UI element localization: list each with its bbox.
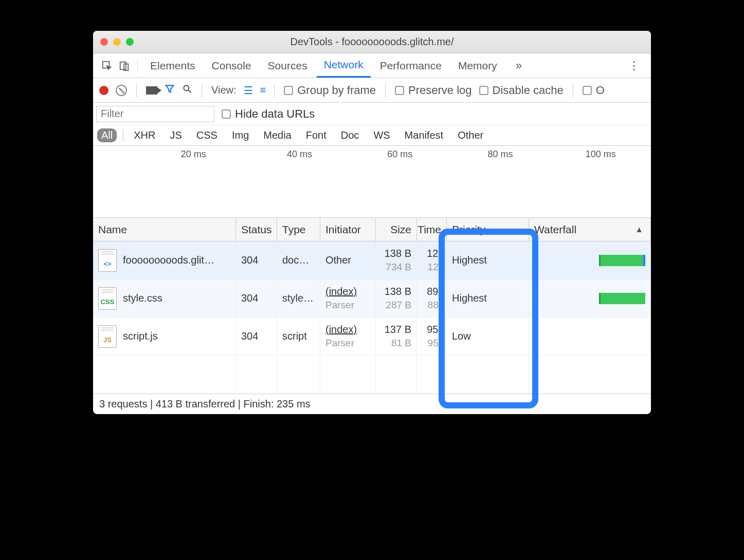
checkbox-icon[interactable]	[222, 109, 231, 119]
timeline-tick: 60 ms	[387, 149, 412, 160]
document-file-icon: <>	[98, 249, 117, 272]
col-type-header[interactable]: Type	[277, 218, 320, 241]
table-row[interactable]: JS script.js 304 script (index)Parser 13…	[93, 318, 651, 356]
screenshot-icon[interactable]	[146, 86, 157, 95]
group-by-frame-option[interactable]: Group by frame	[284, 84, 376, 97]
type-cell: script	[277, 318, 320, 355]
type-media[interactable]: Media	[259, 128, 295, 142]
filter-bar: Hide data URLs	[93, 103, 651, 125]
type-all[interactable]: All	[97, 128, 117, 142]
type-other[interactable]: Other	[453, 128, 487, 142]
time-cell: 95.	[427, 323, 441, 335]
type-img[interactable]: Img	[228, 128, 253, 142]
col-time-header[interactable]: Time	[417, 218, 447, 241]
table-row[interactable]: CSS style.css 304 style… (index)Parser 1…	[93, 279, 651, 318]
resource-name: script.js	[123, 330, 158, 342]
timeline-overview[interactable]: 20 ms 40 ms 60 ms 80 ms 100 ms	[93, 146, 651, 218]
search-icon[interactable]	[182, 84, 192, 97]
checkbox-icon[interactable]	[284, 86, 293, 95]
time-cell: 89.	[427, 285, 441, 297]
preserve-log-option[interactable]: Preserve log	[395, 84, 472, 97]
time-sub-cell: 12.	[428, 262, 441, 273]
type-font[interactable]: Font	[302, 128, 331, 142]
close-window-button[interactable]	[100, 38, 108, 46]
time-sub-cell: 88.	[428, 300, 441, 311]
col-status-header[interactable]: Status	[236, 218, 277, 241]
timeline-tick: 100 ms	[586, 149, 616, 160]
network-table-header: Name Status Type Initiator Size Time Pri…	[93, 218, 651, 241]
priority-cell: Highest	[447, 241, 529, 279]
type-xhr[interactable]: XHR	[130, 128, 159, 142]
checkbox-icon[interactable]	[479, 86, 488, 95]
type-cell: style…	[277, 279, 320, 317]
inspect-element-icon[interactable]	[99, 60, 115, 71]
checkbox-icon[interactable]	[395, 86, 404, 95]
type-ws[interactable]: WS	[369, 128, 394, 142]
device-toolbar-icon[interactable]	[117, 60, 132, 71]
panel-tabs: Elements Console Sources Network Perform…	[93, 53, 651, 78]
status-cell: 304	[236, 279, 277, 317]
tab-memory[interactable]: Memory	[451, 53, 504, 78]
clear-button[interactable]	[116, 85, 127, 96]
time-sub-cell: 95.	[428, 338, 441, 349]
hide-data-urls-option[interactable]: Hide data URLs	[222, 107, 315, 121]
initiator-sub: Parser	[325, 338, 357, 349]
offline-option[interactable]: O	[583, 84, 605, 97]
col-initiator-header[interactable]: Initiator	[320, 218, 376, 241]
settings-menu-button[interactable]: ⋮	[623, 59, 645, 72]
svg-line-4	[189, 90, 191, 92]
waterfall-bar	[599, 293, 645, 304]
empty-row	[93, 356, 651, 394]
size-sub-cell: 81 B	[391, 338, 411, 349]
waterfall-overview-icon[interactable]: ≡	[260, 84, 265, 96]
more-tabs-button[interactable]: »	[511, 59, 527, 72]
col-waterfall-header[interactable]: Waterfall ▲	[529, 218, 651, 241]
maximize-window-button[interactable]	[126, 38, 134, 46]
svg-point-3	[184, 85, 189, 90]
divider	[385, 83, 386, 98]
type-filter-bar: All XHR JS CSS Img Media Font Doc WS Man…	[93, 125, 651, 146]
type-doc[interactable]: Doc	[337, 128, 364, 142]
type-css[interactable]: CSS	[192, 128, 222, 142]
initiator-link[interactable]: (index)	[325, 323, 357, 335]
record-button[interactable]	[99, 86, 108, 95]
large-rows-icon[interactable]: ☰	[244, 84, 253, 97]
type-manifest[interactable]: Manifest	[401, 128, 448, 142]
initiator-sub: Parser	[325, 300, 357, 311]
disable-cache-option[interactable]: Disable cache	[479, 84, 564, 97]
timeline-tick: 20 ms	[181, 149, 206, 160]
waterfall-bar	[599, 255, 645, 266]
filter-toggle-icon[interactable]	[165, 84, 175, 97]
checkbox-icon[interactable]	[583, 86, 592, 95]
type-cell: doc…	[277, 241, 320, 279]
devtools-window: DevTools - fooooooooods.glitch.me/ Eleme…	[93, 31, 651, 414]
size-sub-cell: 734 B	[386, 262, 411, 273]
status-cell: 304	[236, 318, 277, 355]
window-title: DevTools - fooooooooods.glitch.me/	[93, 36, 651, 48]
size-cell: 137 B	[385, 323, 411, 335]
network-toolbar: View: ☰ ≡ Group by frame Preserve log Di…	[93, 78, 651, 103]
status-cell: 304	[236, 241, 277, 279]
offline-label-partial: O	[596, 84, 605, 97]
size-sub-cell: 287 B	[386, 300, 411, 311]
tab-performance[interactable]: Performance	[373, 53, 449, 78]
divider	[123, 129, 123, 142]
status-summary: 3 requests | 413 B transferred | Finish:…	[99, 398, 311, 410]
col-name-header[interactable]: Name	[93, 218, 236, 241]
sort-ascending-icon: ▲	[635, 225, 643, 234]
filter-input[interactable]	[96, 106, 214, 122]
tab-console[interactable]: Console	[205, 53, 259, 78]
timeline-tick: 80 ms	[488, 149, 513, 160]
minimize-window-button[interactable]	[113, 38, 121, 46]
col-size-header[interactable]: Size	[376, 218, 417, 241]
waterfall-label: Waterfall	[534, 223, 576, 236]
tab-network[interactable]: Network	[317, 53, 371, 78]
svg-rect-1	[120, 62, 126, 69]
col-priority-header[interactable]: Priority	[447, 218, 529, 241]
priority-cell: Highest	[447, 279, 529, 317]
type-js[interactable]: JS	[166, 128, 186, 142]
table-row[interactable]: <> fooooooooods.glit… 304 doc… Other 138…	[93, 241, 651, 279]
tab-sources[interactable]: Sources	[261, 53, 315, 78]
tab-elements[interactable]: Elements	[143, 53, 203, 78]
initiator-link[interactable]: (index)	[325, 285, 357, 297]
